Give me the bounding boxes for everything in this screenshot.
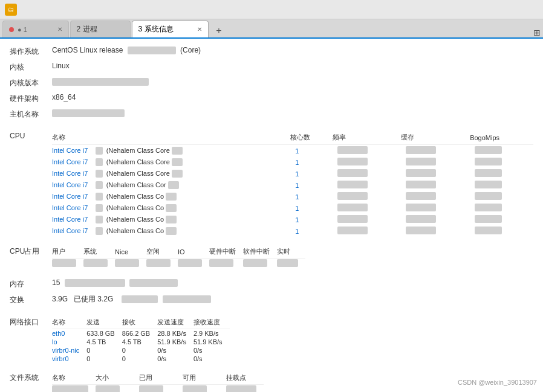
- tab-grid-icon[interactable]: ⊞: [533, 28, 541, 37]
- cpu-name-5: Intel Core i7 (Nehalem Class Co: [52, 202, 290, 214]
- usage-hw-int: [209, 259, 243, 269]
- cpu-col-bogomips: BogoMips: [470, 132, 533, 145]
- cpu-freq-3: [333, 179, 402, 191]
- cpu-bogomips-2: [470, 168, 533, 179]
- net-recv-0: 866.2 GB: [122, 329, 157, 338]
- tab-dot-1: [9, 27, 14, 32]
- kernel-label: 内核: [10, 62, 52, 72]
- network-label: 网络接口: [10, 317, 52, 327]
- cpu-cache-2: [401, 168, 470, 179]
- net-col-name: 名称: [52, 317, 86, 329]
- net-sent-0: 633.8 GB: [86, 329, 122, 338]
- cpu-freq-0: [333, 145, 402, 157]
- net-name-2: virbr0-nic: [52, 346, 86, 355]
- cpu-cache-6: [401, 214, 470, 225]
- swap-value: 3.9G 已使用 3.2G: [52, 294, 533, 304]
- cpu-freq-7: [333, 225, 402, 237]
- net-recv-speed-1: 51.9 KB/s: [193, 338, 230, 346]
- net-recv-2: 0: [122, 346, 157, 355]
- cpu-name-7: Intel Core i7 (Nehalem Class Co: [52, 225, 290, 237]
- arch-value: x86_64: [52, 93, 533, 101]
- fs-used-1: [139, 385, 183, 393]
- tab-2-label: 2 进程: [77, 24, 97, 34]
- cpu-cores-3: 1: [290, 179, 332, 191]
- cpu-name-1: Intel Core i7 (Nehalem Class Core: [52, 156, 290, 168]
- memory-row: 内存 15: [10, 278, 533, 289]
- usage-col-nice: Nice: [115, 246, 146, 259]
- hostname-label: 主机名称: [10, 109, 52, 120]
- cpu-cache-5: [401, 202, 470, 214]
- net-col-recv: 接收: [122, 317, 157, 329]
- cpu-table-header: 名称 核心数 频率 缓存 BogoMips: [52, 132, 533, 145]
- fs-row-1: [52, 385, 264, 393]
- cpu-row-7: Intel Core i7 (Nehalem Class Co 1: [52, 225, 533, 237]
- swap-label: 交换: [10, 294, 52, 305]
- usage-col-sw-int: 软件中断: [243, 246, 277, 259]
- fs-col-used: 已用: [139, 373, 183, 385]
- cpu-row-3: Intel Core i7 (Nehalem Class Cor 1: [52, 179, 533, 191]
- usage-col-system: 系统: [83, 246, 115, 259]
- tab-1-close[interactable]: ✕: [57, 26, 62, 33]
- cpu-bogomips-1: [470, 156, 533, 168]
- usage-idle: [146, 259, 178, 269]
- swap-row: 交换 3.9G 已使用 3.2G: [10, 294, 533, 305]
- swap-blurred: [122, 295, 158, 303]
- cpu-cache-0: [401, 145, 470, 157]
- tab-3-close[interactable]: ✕: [197, 26, 202, 33]
- cpu-row-2: Intel Core i7 (Nehalem Class Core 1: [52, 168, 533, 179]
- usage-io: [178, 259, 209, 269]
- fs-col-size: 大小: [96, 373, 139, 385]
- net-col-sent: 发送: [86, 317, 122, 329]
- kernel-value: Linux: [52, 62, 533, 70]
- usage-col-user: 用户: [52, 246, 83, 259]
- add-tab-button[interactable]: +: [212, 24, 226, 37]
- tab-1-label: ● 1: [18, 26, 51, 33]
- cpu-row-4: Intel Core i7 (Nehalem Class Co 1: [52, 191, 533, 202]
- cpu-name-3: Intel Core i7 (Nehalem Class Cor: [52, 179, 290, 191]
- cpu-cores-6: 1: [290, 214, 332, 225]
- cpu-row-5: Intel Core i7 (Nehalem Class Co 1: [52, 202, 533, 214]
- os-row: 操作系统 CentOS Linux release (Core): [10, 46, 533, 57]
- usage-nice: [115, 259, 146, 269]
- fs-col-name: 名称: [52, 373, 96, 385]
- net-col-send-speed: 发送速度: [157, 317, 193, 329]
- network-table-container: 名称 发送 接收 发送速度 接收速度 eth0 633.8 GB 866.2 G…: [52, 317, 533, 363]
- cpu-row-6: Intel Core i7 (Nehalem Class Co 1: [52, 214, 533, 225]
- net-recv-speed-0: 2.9 KB/s: [193, 329, 230, 338]
- swap-blurred2: [163, 295, 211, 303]
- cpu-name-6: Intel Core i7 (Nehalem Class Co: [52, 214, 290, 225]
- cpu-cache-4: [401, 191, 470, 202]
- cpu-usage-row: [52, 259, 305, 269]
- tab-2[interactable]: 2 进程: [70, 21, 131, 37]
- cpu-col-freq: 频率: [333, 132, 402, 145]
- usage-col-hw-int: 硬件中断: [209, 246, 243, 259]
- cpu-freq-1: [333, 156, 402, 168]
- cpu-cache-3: [401, 179, 470, 191]
- tabbar: ● 1 ✕ 2 进程 3 系统信息 ✕ + ⊞: [0, 19, 543, 39]
- arch-row: 硬件架构 x86_64: [10, 93, 533, 104]
- tab-3[interactable]: 3 系统信息 ✕: [132, 21, 209, 37]
- fs-mount-1: [226, 385, 264, 393]
- cpu-usage-section: CPU占用 用户 系统 Nice 空闲 IO 硬件中断 软件中断 实时: [10, 246, 533, 269]
- net-send-speed-3: 0/s: [157, 355, 193, 363]
- cpu-bogomips-0: [470, 145, 533, 157]
- os-value: CentOS Linux release (Core): [52, 46, 533, 54]
- cpu-table: 名称 核心数 频率 缓存 BogoMips Intel Core i7 (Neh…: [52, 132, 533, 237]
- cpu-col-name: 名称: [52, 132, 290, 145]
- memory-value: 15: [52, 278, 533, 287]
- net-name-3: virbr0: [52, 355, 86, 363]
- memory-blurred1: [65, 279, 125, 287]
- net-send-speed-2: 0/s: [157, 346, 193, 355]
- fs-size-1: [96, 385, 139, 393]
- cpu-cores-1: 1: [290, 156, 332, 168]
- cpu-name-2: Intel Core i7 (Nehalem Class Core: [52, 168, 290, 179]
- cpu-cores-2: 1: [290, 168, 332, 179]
- kernel-version-label: 内核版本: [10, 77, 52, 88]
- memory-label: 内存: [10, 278, 52, 289]
- tab-1[interactable]: ● 1 ✕: [2, 21, 69, 37]
- cpu-usage-table: 用户 系统 Nice 空闲 IO 硬件中断 软件中断 实时: [52, 246, 305, 269]
- cpu-cores-0: 1: [290, 145, 332, 157]
- cpu-table-container: 名称 核心数 频率 缓存 BogoMips Intel Core i7 (Neh…: [52, 132, 533, 237]
- net-row-2: virbr0-nic 0 0 0/s 0/s: [52, 346, 230, 355]
- kernel-version-value: [52, 77, 533, 86]
